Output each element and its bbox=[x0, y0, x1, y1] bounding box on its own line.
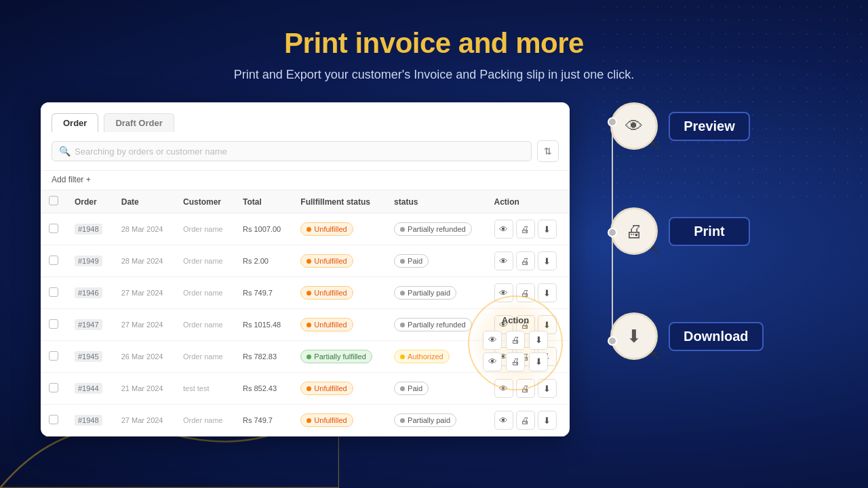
row-order-id: #1945 bbox=[66, 341, 113, 373]
row-fulfillment: Unfulfilled bbox=[292, 277, 386, 309]
spotlight-label: Action bbox=[502, 315, 529, 325]
download-btn-1[interactable]: ⬇ bbox=[538, 251, 557, 270]
row-total: Rs 852.43 bbox=[235, 373, 292, 405]
orders-panel: Order Draft Order 🔍 Searching by orders … bbox=[41, 102, 570, 436]
table-row: #1948 28 Mar 2024 Order name Rs 1007.00 … bbox=[41, 214, 570, 245]
row-checkbox[interactable] bbox=[41, 277, 66, 309]
preview-btn-0[interactable]: 👁 bbox=[494, 220, 513, 239]
col-fulfillment: Fullfillment status bbox=[292, 190, 386, 214]
spotlight-preview-btn-2[interactable]: 👁 bbox=[483, 352, 502, 371]
search-row: 🔍 Searching by orders or customer name ⇅ bbox=[41, 132, 570, 171]
row-customer: Order name bbox=[175, 214, 235, 245]
print-icon-circle[interactable]: 🖨 ↖ bbox=[610, 207, 658, 255]
row-order-id: #1948 bbox=[66, 214, 113, 245]
sort-button[interactable]: ⇅ bbox=[537, 140, 559, 162]
row-total: Rs 782.83 bbox=[235, 341, 292, 373]
row-fulfillment: Unfulfilled bbox=[292, 309, 386, 341]
preview-btn-1[interactable]: 👁 bbox=[494, 251, 513, 270]
spotlight-preview-btn-1[interactable]: 👁 bbox=[483, 331, 502, 350]
preview-label: Preview bbox=[669, 112, 750, 141]
preview-icon-circle[interactable]: 👁 ↖ bbox=[610, 102, 658, 150]
row-status: Paid bbox=[386, 373, 486, 405]
print-btn-1[interactable]: 🖨 bbox=[516, 251, 535, 270]
row-status: Paid bbox=[386, 245, 486, 277]
spotlight-download-btn-1[interactable]: ⬇ bbox=[529, 331, 548, 350]
preview-btn-6[interactable]: 👁 bbox=[494, 411, 513, 430]
line-dot-top bbox=[608, 117, 617, 127]
filter-row: Add filter + bbox=[41, 171, 570, 190]
download-btn-6[interactable]: ⬇ bbox=[538, 411, 557, 430]
row-date: 26 Mar 2024 bbox=[113, 341, 175, 373]
row-customer: Order name bbox=[175, 405, 235, 436]
download-btn-0[interactable]: ⬇ bbox=[538, 220, 557, 239]
spotlight-download-btn-2[interactable]: ⬇ bbox=[529, 352, 548, 371]
cursor-icon-print: ↖ bbox=[650, 242, 661, 258]
download-label: Download bbox=[669, 322, 764, 351]
row-customer: Order name bbox=[175, 245, 235, 277]
cursor-icon-download: ↖ bbox=[650, 347, 661, 363]
spotlight-row-1: 👁 🖨 ⬇ bbox=[483, 331, 548, 350]
add-filter-button[interactable]: Add filter + bbox=[52, 175, 91, 184]
row-total: Rs 1015.48 bbox=[235, 309, 292, 341]
spotlight-print-btn-2[interactable]: 🖨 bbox=[506, 352, 525, 371]
row-checkbox[interactable] bbox=[41, 405, 66, 436]
col-total: Total bbox=[235, 190, 292, 214]
col-date: Date bbox=[113, 190, 175, 214]
search-placeholder: Searching by orders or customer name bbox=[75, 146, 227, 157]
download-btn-2[interactable]: ⬇ bbox=[538, 283, 557, 302]
action-spotlight: Action 👁 🖨 ⬇ 👁 🖨 ⬇ bbox=[468, 296, 563, 390]
row-total: Rs 1007.00 bbox=[235, 214, 292, 245]
spotlight-row-2: 👁 🖨 ⬇ bbox=[483, 352, 548, 371]
sidebar-item-preview: 👁 ↖ Preview bbox=[610, 102, 750, 150]
download-icon-circle[interactable]: ⬇ ↖ bbox=[610, 312, 658, 360]
spotlight-print-btn-1[interactable]: 🖨 bbox=[506, 331, 525, 350]
header-checkbox[interactable] bbox=[49, 196, 58, 205]
row-actions: 👁 🖨 ⬇ bbox=[486, 405, 570, 436]
row-checkbox[interactable] bbox=[41, 341, 66, 373]
row-order-id: #1949 bbox=[66, 245, 113, 277]
print-label: Print bbox=[669, 217, 750, 246]
panel-area: Order Draft Order 🔍 Searching by orders … bbox=[0, 102, 868, 436]
tab-draft-order[interactable]: Draft Order bbox=[104, 113, 174, 132]
search-box[interactable]: 🔍 Searching by orders or customer name bbox=[52, 141, 532, 161]
row-total: Rs 749.7 bbox=[235, 405, 292, 436]
row-checkbox[interactable] bbox=[41, 214, 66, 245]
row-customer: Order name bbox=[175, 309, 235, 341]
printer-icon: 🖨 bbox=[625, 221, 643, 242]
row-order-id: #1948 bbox=[66, 405, 113, 436]
col-customer: Customer bbox=[175, 190, 235, 214]
row-checkbox[interactable] bbox=[41, 309, 66, 341]
line-dot-mid bbox=[608, 228, 617, 237]
row-checkbox[interactable] bbox=[41, 245, 66, 277]
row-fulfillment: Unfulfilled bbox=[292, 245, 386, 277]
row-fulfillment: Unfulfilled bbox=[292, 405, 386, 436]
row-actions: 👁 🖨 ⬇ bbox=[486, 245, 570, 277]
right-sidebar: 👁 ↖ Preview 🖨 ↖ Print ⬇ ↖ Download bbox=[570, 102, 644, 360]
download-icon: ⬇ bbox=[627, 326, 642, 347]
table-row: #1949 28 Mar 2024 Order name Rs 2.00 Unf… bbox=[41, 245, 570, 277]
tab-order[interactable]: Order bbox=[52, 113, 98, 132]
sidebar-item-print: 🖨 ↖ Print bbox=[610, 207, 750, 255]
main-content: Print invoice and more Print and Export … bbox=[0, 0, 868, 436]
row-customer: Order name bbox=[175, 277, 235, 309]
row-date: 27 Mar 2024 bbox=[113, 405, 175, 436]
row-fulfillment: Unfulfilled bbox=[292, 214, 386, 245]
search-icon: 🔍 bbox=[59, 146, 71, 157]
row-total: Rs 749.7 bbox=[235, 277, 292, 309]
row-date: 28 Mar 2024 bbox=[113, 214, 175, 245]
print-btn-6[interactable]: 🖨 bbox=[516, 411, 535, 430]
eye-icon: 👁 bbox=[625, 116, 643, 137]
row-customer: test test bbox=[175, 373, 235, 405]
row-status: Partially refunded bbox=[386, 214, 486, 245]
row-customer: Order name bbox=[175, 341, 235, 373]
col-checkbox bbox=[41, 190, 66, 214]
print-btn-0[interactable]: 🖨 bbox=[516, 220, 535, 239]
row-order-id: #1946 bbox=[66, 277, 113, 309]
sidebar-item-download: ⬇ ↖ Download bbox=[610, 312, 764, 360]
col-action: Action bbox=[486, 190, 570, 214]
row-date: 28 Mar 2024 bbox=[113, 245, 175, 277]
row-checkbox[interactable] bbox=[41, 373, 66, 405]
table-header-row: Order Date Customer Total Fullfillment s… bbox=[41, 190, 570, 214]
cursor-icon-preview: ↖ bbox=[650, 137, 661, 153]
row-date: 27 Mar 2024 bbox=[113, 277, 175, 309]
